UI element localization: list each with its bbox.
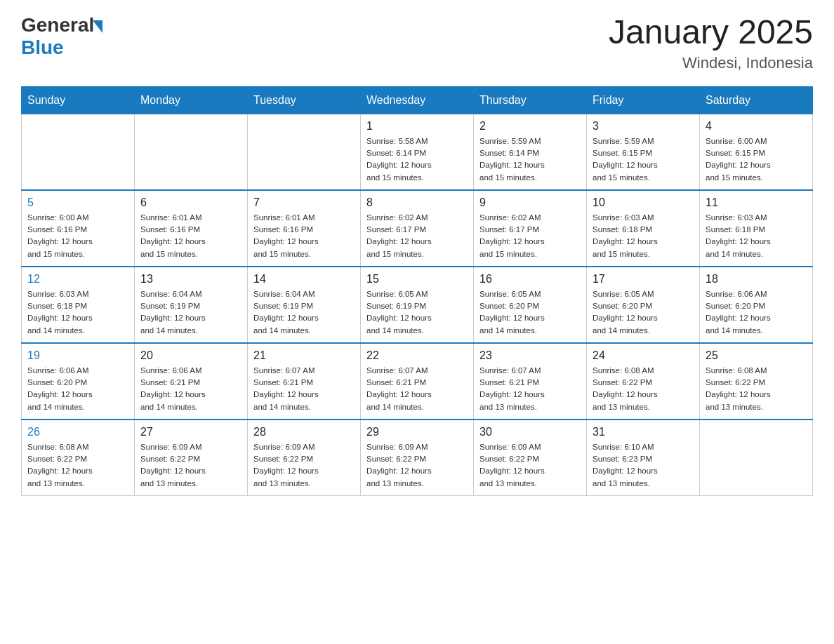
calendar-subtitle: Windesi, Indonesia xyxy=(609,54,813,72)
header-row: SundayMondayTuesdayWednesdayThursdayFrid… xyxy=(22,86,813,114)
day-number: 16 xyxy=(479,273,581,286)
header-day-monday: Monday xyxy=(135,86,248,114)
calendar-cell: 23Sunrise: 6:07 AM Sunset: 6:21 PM Dayli… xyxy=(474,343,587,420)
page-header: General Blue January 2025 Windesi, Indon… xyxy=(21,14,813,72)
calendar-week-1: 1Sunrise: 5:58 AM Sunset: 6:14 PM Daylig… xyxy=(22,114,813,190)
calendar-cell: 9Sunrise: 6:02 AM Sunset: 6:17 PM Daylig… xyxy=(474,190,587,267)
calendar-cell: 20Sunrise: 6:06 AM Sunset: 6:21 PM Dayli… xyxy=(135,343,248,420)
day-number: 7 xyxy=(253,196,355,209)
day-info: Sunrise: 6:08 AM Sunset: 6:22 PM Dayligh… xyxy=(706,365,807,413)
day-number: 15 xyxy=(366,273,468,286)
day-info: Sunrise: 6:04 AM Sunset: 6:19 PM Dayligh… xyxy=(140,288,241,337)
day-number: 19 xyxy=(27,349,128,362)
day-number: 24 xyxy=(593,349,694,362)
day-number: 2 xyxy=(479,120,581,133)
day-number: 6 xyxy=(140,196,241,209)
day-info: Sunrise: 5:59 AM Sunset: 6:15 PM Dayligh… xyxy=(593,135,694,184)
day-number: 14 xyxy=(253,273,355,286)
calendar-cell: 8Sunrise: 6:02 AM Sunset: 6:17 PM Daylig… xyxy=(361,190,474,267)
calendar-cell: 28Sunrise: 6:09 AM Sunset: 6:22 PM Dayli… xyxy=(248,420,361,496)
day-number: 4 xyxy=(706,120,807,133)
day-info: Sunrise: 6:06 AM Sunset: 6:20 PM Dayligh… xyxy=(27,365,128,413)
calendar-cell: 18Sunrise: 6:06 AM Sunset: 6:20 PM Dayli… xyxy=(700,267,813,343)
day-number: 9 xyxy=(479,196,581,209)
calendar-cell: 19Sunrise: 6:06 AM Sunset: 6:20 PM Dayli… xyxy=(22,343,135,420)
day-number: 30 xyxy=(479,426,581,438)
day-number: 8 xyxy=(366,196,468,209)
title-block: January 2025 Windesi, Indonesia xyxy=(609,14,813,72)
day-number: 29 xyxy=(366,426,468,438)
calendar-week-4: 19Sunrise: 6:06 AM Sunset: 6:20 PM Dayli… xyxy=(22,343,813,420)
header-day-saturday: Saturday xyxy=(700,86,813,114)
day-info: Sunrise: 6:10 AM Sunset: 6:23 PM Dayligh… xyxy=(593,441,694,490)
day-info: Sunrise: 5:58 AM Sunset: 6:14 PM Dayligh… xyxy=(366,135,468,184)
calendar-cell: 27Sunrise: 6:09 AM Sunset: 6:22 PM Dayli… xyxy=(135,420,248,496)
day-info: Sunrise: 6:07 AM Sunset: 6:21 PM Dayligh… xyxy=(366,365,468,413)
day-number: 11 xyxy=(706,196,807,209)
day-number: 3 xyxy=(593,120,694,133)
day-info: Sunrise: 6:00 AM Sunset: 6:15 PM Dayligh… xyxy=(706,135,807,184)
day-info: Sunrise: 6:09 AM Sunset: 6:22 PM Dayligh… xyxy=(253,441,355,490)
day-info: Sunrise: 6:08 AM Sunset: 6:22 PM Dayligh… xyxy=(593,365,694,413)
day-info: Sunrise: 6:07 AM Sunset: 6:21 PM Dayligh… xyxy=(479,365,581,413)
calendar-cell: 4Sunrise: 6:00 AM Sunset: 6:15 PM Daylig… xyxy=(700,114,813,190)
calendar-cell: 13Sunrise: 6:04 AM Sunset: 6:19 PM Dayli… xyxy=(135,267,248,343)
day-info: Sunrise: 6:08 AM Sunset: 6:22 PM Dayligh… xyxy=(27,441,128,490)
calendar-cell: 3Sunrise: 5:59 AM Sunset: 6:15 PM Daylig… xyxy=(587,114,700,190)
day-info: Sunrise: 6:01 AM Sunset: 6:16 PM Dayligh… xyxy=(140,212,241,260)
calendar-table: SundayMondayTuesdayWednesdayThursdayFrid… xyxy=(21,86,813,496)
calendar-cell: 24Sunrise: 6:08 AM Sunset: 6:22 PM Dayli… xyxy=(587,343,700,420)
calendar-cell: 31Sunrise: 6:10 AM Sunset: 6:23 PM Dayli… xyxy=(587,420,700,496)
day-info: Sunrise: 6:05 AM Sunset: 6:20 PM Dayligh… xyxy=(593,288,694,337)
calendar-cell: 25Sunrise: 6:08 AM Sunset: 6:22 PM Dayli… xyxy=(700,343,813,420)
calendar-cell xyxy=(248,114,361,190)
header-day-thursday: Thursday xyxy=(474,86,587,114)
calendar-body: 1Sunrise: 5:58 AM Sunset: 6:14 PM Daylig… xyxy=(22,114,813,495)
day-number: 28 xyxy=(253,426,355,438)
calendar-cell: 2Sunrise: 5:59 AM Sunset: 6:14 PM Daylig… xyxy=(474,114,587,190)
calendar-cell xyxy=(135,114,248,190)
calendar-cell: 10Sunrise: 6:03 AM Sunset: 6:18 PM Dayli… xyxy=(587,190,700,267)
calendar-cell: 12Sunrise: 6:03 AM Sunset: 6:18 PM Dayli… xyxy=(22,267,135,343)
calendar-cell: 6Sunrise: 6:01 AM Sunset: 6:16 PM Daylig… xyxy=(135,190,248,267)
day-info: Sunrise: 6:09 AM Sunset: 6:22 PM Dayligh… xyxy=(479,441,581,490)
calendar-cell: 1Sunrise: 5:58 AM Sunset: 6:14 PM Daylig… xyxy=(361,114,474,190)
day-info: Sunrise: 6:02 AM Sunset: 6:17 PM Dayligh… xyxy=(479,212,581,260)
day-info: Sunrise: 6:09 AM Sunset: 6:22 PM Dayligh… xyxy=(366,441,468,490)
day-info: Sunrise: 6:03 AM Sunset: 6:18 PM Dayligh… xyxy=(27,288,128,337)
day-number: 23 xyxy=(479,349,581,362)
day-number: 26 xyxy=(27,426,128,438)
logo-blue-text: Blue xyxy=(21,36,102,59)
day-number: 5 xyxy=(27,196,128,209)
logo: General Blue xyxy=(21,14,102,59)
day-number: 1 xyxy=(366,120,468,133)
calendar-cell: 7Sunrise: 6:01 AM Sunset: 6:16 PM Daylig… xyxy=(248,190,361,267)
day-info: Sunrise: 5:59 AM Sunset: 6:14 PM Dayligh… xyxy=(479,135,581,184)
day-number: 25 xyxy=(706,349,807,362)
calendar-cell: 21Sunrise: 6:07 AM Sunset: 6:21 PM Dayli… xyxy=(248,343,361,420)
day-number: 27 xyxy=(140,426,241,438)
calendar-title: January 2025 xyxy=(609,14,813,51)
day-info: Sunrise: 6:03 AM Sunset: 6:18 PM Dayligh… xyxy=(593,212,694,260)
day-info: Sunrise: 6:06 AM Sunset: 6:21 PM Dayligh… xyxy=(140,365,241,413)
calendar-week-3: 12Sunrise: 6:03 AM Sunset: 6:18 PM Dayli… xyxy=(22,267,813,343)
logo-triangle-icon xyxy=(93,20,102,33)
day-number: 22 xyxy=(366,349,468,362)
header-day-tuesday: Tuesday xyxy=(248,86,361,114)
day-info: Sunrise: 6:03 AM Sunset: 6:18 PM Dayligh… xyxy=(706,212,807,260)
day-info: Sunrise: 6:04 AM Sunset: 6:19 PM Dayligh… xyxy=(253,288,355,337)
day-info: Sunrise: 6:02 AM Sunset: 6:17 PM Dayligh… xyxy=(366,212,468,260)
header-day-friday: Friday xyxy=(587,86,700,114)
day-number: 17 xyxy=(593,273,694,286)
calendar-cell: 5Sunrise: 6:00 AM Sunset: 6:16 PM Daylig… xyxy=(22,190,135,267)
day-number: 31 xyxy=(593,426,694,438)
day-info: Sunrise: 6:05 AM Sunset: 6:20 PM Dayligh… xyxy=(479,288,581,337)
calendar-cell: 15Sunrise: 6:05 AM Sunset: 6:19 PM Dayli… xyxy=(361,267,474,343)
calendar-cell: 26Sunrise: 6:08 AM Sunset: 6:22 PM Dayli… xyxy=(22,420,135,496)
calendar-header: SundayMondayTuesdayWednesdayThursdayFrid… xyxy=(22,86,813,114)
day-number: 21 xyxy=(253,349,355,362)
header-day-wednesday: Wednesday xyxy=(361,86,474,114)
calendar-cell: 30Sunrise: 6:09 AM Sunset: 6:22 PM Dayli… xyxy=(474,420,587,496)
calendar-cell: 29Sunrise: 6:09 AM Sunset: 6:22 PM Dayli… xyxy=(361,420,474,496)
day-number: 10 xyxy=(593,196,694,209)
